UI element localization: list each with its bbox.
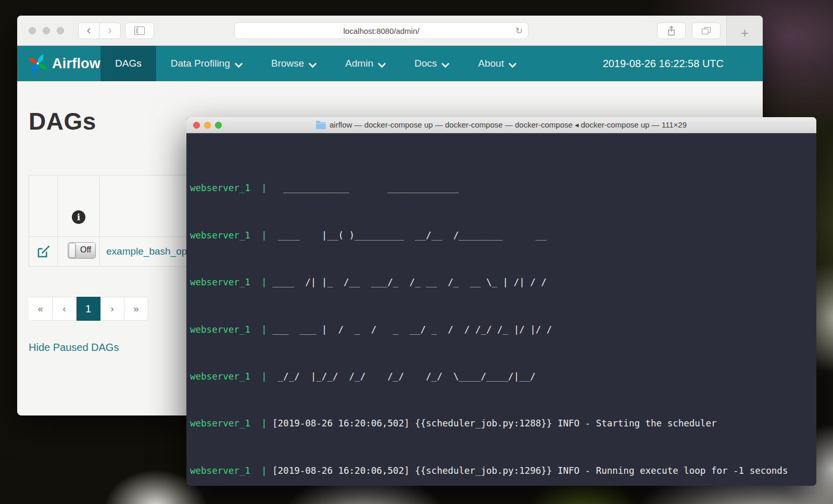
pagination-label: « [37,304,43,314]
navbar-item-label: Admin [345,58,373,69]
dag-toggle-cell: Off [58,237,100,267]
sidebar-icon [134,27,145,35]
airflow-navbar: Airflow DAGs Data Profiling Browse [17,46,763,81]
terminal-log-line: webserver_1 | [2019-08-26 16:20:06,502] … [190,465,816,477]
log-text: [2019-08-26 16:20:06,502] {{scheduler_jo… [267,418,717,429]
minimize-button[interactable] [204,122,211,129]
navbar-item[interactable]: About [463,46,531,81]
chevron-down-icon [378,61,385,67]
airflow-logo-icon [28,52,48,75]
pagination-label: » [133,304,138,314]
navbar-item-label: DAGs [115,58,142,69]
service-prefix: webserver_1 | [190,418,267,429]
chevron-right-icon: › [108,23,112,37]
new-tab-button[interactable]: + [726,16,763,45]
share-button[interactable] [657,22,686,39]
close-button[interactable] [193,122,200,129]
reload-icon[interactable]: ↻ [515,26,523,36]
chevron-down-icon [509,61,516,67]
zoom-button[interactable] [215,122,222,129]
navbar-item[interactable]: Browse [257,46,331,81]
pagination-button[interactable]: 1 [77,297,100,321]
dag-edit-cell [29,237,58,267]
brand-label: Airflow [52,56,100,72]
navbar-item[interactable]: DAGs [100,46,156,81]
sidebar-button[interactable] [125,22,154,39]
terminal-screen: webserver_1 | ____________ _____________… [186,133,816,486]
terminal-log-line: webserver_1 | ____ /| |_ /__ ___/_ /_ __… [190,276,816,288]
navbar-item[interactable]: Admin [331,46,400,81]
plus-icon: + [741,25,749,41]
service-prefix: webserver_1 | [190,277,267,287]
tab-overview-icon [702,27,711,34]
service-prefix: webserver_1 | [190,183,267,193]
terminal-log-line: webserver_1 | ____________ _____________ [190,182,816,194]
chevron-down-icon [442,61,449,67]
airflow-brand[interactable]: Airflow [17,52,100,75]
pagination: « ‹ 1 › » [29,297,148,321]
log-text: ____ /| |_ /__ ___/_ /_ __ /_ __ \_ | /|… [267,277,547,287]
dag-pause-toggle[interactable]: Off [68,242,96,259]
minimize-button[interactable] [43,27,50,34]
terminal-window: airflow — docker-compose up — docker-com… [186,117,816,486]
service-prefix: webserver_1 | [190,230,267,241]
terminal-log-line: webserver_1 | ____ |__( )_________ __/__… [190,230,816,242]
pagination-button[interactable]: » [124,297,148,321]
terminal-title: airflow — docker-compose up — docker-com… [316,120,687,130]
zoom-button[interactable] [57,27,64,34]
folder-icon [316,122,326,129]
info-circle-icon: i [72,210,85,224]
history-buttons: ‹ › [78,22,121,39]
pagination-label: ‹ [63,304,66,314]
edit-pencil-icon[interactable] [37,245,50,258]
edit-column-header [29,175,58,237]
log-text: ____________ _____________ [267,183,459,193]
navbar-item-label: Data Profiling [171,58,230,69]
log-text: ___ ___ | / _ / _ __/ _ / / /_/ /_ |/ |/… [267,324,552,335]
share-icon [667,26,676,36]
pagination-label: › [111,304,114,314]
terminal-log-line: webserver_1 | _/_/ |_/_/ /_/ /_/ /_/ \__… [190,371,816,383]
terminal-title-text: airflow — docker-compose up — docker-com… [330,120,687,130]
chevron-down-icon [309,61,316,67]
chevron-down-icon [235,61,242,67]
navbar-menu: DAGs Data Profiling Browse Admin [100,46,531,81]
info-column-header: i [58,175,100,237]
navbar-item[interactable]: Docs [400,46,463,81]
toggle-knob [69,243,75,258]
terminal-log-line: webserver_1 | [2019-08-26 16:20:06,502] … [190,418,816,430]
desktop-background: ‹ › localhost:8080/admin/ ↻ [0,0,833,504]
toggle-label: Off [80,245,91,255]
terminal-titlebar: airflow — docker-compose up — docker-com… [186,117,816,133]
browser-toolbar: ‹ › localhost:8080/admin/ ↻ [17,16,763,46]
address-bar[interactable]: localhost:8080/admin/ ↻ [234,22,528,39]
chevron-left-icon: ‹ [87,23,91,37]
pagination-button[interactable]: › [100,297,124,321]
utc-clock: 2019-08-26 16:22:58 UTC [603,58,724,70]
service-prefix: webserver_1 | [190,465,267,476]
service-prefix: webserver_1 | [190,324,267,335]
navbar-item-label: Docs [414,58,437,69]
url-text: localhost:8080/admin/ [344,27,420,35]
terminal-window-controls [193,122,222,129]
pagination-button[interactable]: ‹ [53,297,77,321]
tab-overview-button[interactable] [692,22,721,39]
terminal-log-line: webserver_1 | ___ ___ | / _ / _ __/ _ / … [190,324,816,336]
navbar-item-label: Browse [271,58,304,69]
pagination-button[interactable]: « [29,297,53,321]
log-text: _/_/ |_/_/ /_/ /_/ /_/ \____/____/|__/ [267,371,536,382]
service-prefix: webserver_1 | [190,371,267,382]
close-button[interactable] [29,27,36,34]
navbar-item[interactable]: Data Profiling [156,46,257,81]
forward-button[interactable]: › [99,22,121,39]
pagination-label: 1 [85,303,91,315]
log-text: [2019-08-26 16:20:06,502] {{scheduler_jo… [267,465,788,476]
window-controls [29,27,64,34]
log-text: ____ |__( )_________ __/__ /________ __ [267,230,547,241]
back-button[interactable]: ‹ [78,22,99,39]
navbar-item-label: About [478,58,504,69]
